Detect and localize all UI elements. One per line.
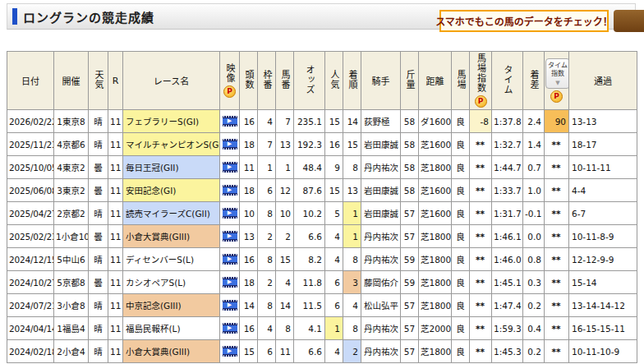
race-name-link[interactable]: フェブラリーS(GI) — [123, 110, 220, 133]
race-name-link[interactable]: カシオペアS(L) — [123, 271, 220, 294]
race-name-link[interactable]: ディセンバーS(L) — [123, 248, 220, 271]
premium-p-icon: P — [475, 95, 487, 108]
race-date-link[interactable]: 2024/07/21 — [7, 294, 54, 317]
col-header-time: タイム — [492, 52, 523, 110]
video-cell: ▶ — [220, 340, 240, 363]
jockey-link[interactable]: 荻野極 — [361, 110, 401, 133]
venue-link[interactable]: 3小倉8 — [54, 294, 89, 317]
jockey-link[interactable]: 岩田康誠 — [361, 133, 401, 156]
race-date-link[interactable]: 2024/02/18 — [7, 340, 54, 363]
col-header-label: 馬場指数 — [476, 53, 485, 93]
jockey-link[interactable]: 藤岡佑介 — [361, 271, 401, 294]
jockey-link[interactable]: 丹内祐次 — [361, 156, 401, 179]
race-date-link[interactable]: 2025/06/08 — [7, 179, 54, 202]
race-date-link[interactable]: 2025/11/23 — [7, 133, 54, 156]
odds-value: 192.3 — [294, 133, 325, 156]
venue-link[interactable]: 2京都2 — [54, 202, 89, 225]
video-play-icon[interactable]: ▶ — [223, 139, 237, 150]
race-date-link[interactable]: 2024/10/27 — [7, 271, 54, 294]
venue-link[interactable]: 1東京8 — [54, 110, 89, 133]
race-number: 11 — [108, 248, 123, 271]
race-name-link[interactable]: 小倉大賞典(GIII) — [123, 340, 220, 363]
frame-number: 6 — [258, 340, 276, 363]
horse-number: 8 — [276, 317, 294, 340]
race-name-link[interactable]: 安田記念(GI) — [123, 179, 220, 202]
time-value: 1:59.3 — [492, 317, 523, 340]
col-header-time_index: タイム指数▼P — [545, 52, 569, 110]
col-header-label: 人気 — [329, 70, 338, 90]
jockey-link[interactable]: 丹内祐次 — [361, 317, 401, 340]
venue-link[interactable]: 2小倉4 — [54, 340, 89, 363]
race-date-link[interactable]: 2024/04/14 — [7, 317, 54, 340]
video-play-icon[interactable]: ▶ — [223, 162, 237, 173]
video-play-icon[interactable]: ▶ — [223, 116, 237, 127]
col-header-label: 天気 — [94, 70, 103, 90]
popularity: 5 — [325, 202, 343, 225]
race-number: 11 — [108, 271, 123, 294]
horse-count: 14 — [240, 294, 258, 317]
video-play-icon[interactable]: ▶ — [223, 185, 237, 196]
time-index: 90 — [545, 110, 569, 133]
race-date-link[interactable]: 2026/02/22 — [7, 110, 54, 133]
video-play-icon[interactable]: ▶ — [223, 277, 237, 288]
venue-link[interactable]: 4東京2 — [54, 156, 89, 179]
video-play-icon[interactable]: ▶ — [223, 254, 237, 265]
time-index: ** — [545, 271, 569, 294]
time-index: ** — [545, 156, 569, 179]
race-name-link[interactable]: 中京記念(GIII) — [123, 294, 220, 317]
race-date-link[interactable]: 2025/04/27 — [7, 202, 54, 225]
video-play-icon[interactable]: ▶ — [223, 208, 237, 219]
col-header-distance: 距離 — [419, 52, 452, 110]
race-name-link[interactable]: 読売マイラーズC(GII) — [123, 202, 220, 225]
race-row: 2025/02/231小倉10曇11小倉大賞典(GIII)▶13226.641丹… — [7, 225, 637, 248]
venue-link[interactable]: 3東京2 — [54, 179, 89, 202]
race-name-link[interactable]: マイルチャンピオンS(GI) — [123, 133, 220, 156]
going-value: 良 — [452, 294, 470, 317]
passing-order: 10-11-10-9 — [569, 340, 637, 363]
jockey-link[interactable]: 丹内祐次 — [361, 248, 401, 271]
jockey-link[interactable]: 松山弘平 — [361, 294, 401, 317]
video-play-icon[interactable]: ▶ — [223, 346, 237, 357]
smartphone-banner-link[interactable]: スマホでもこの馬のデータをチェック！ — [439, 10, 609, 32]
time-value: 1:33.7 — [492, 179, 523, 202]
weather-value: 晴 — [89, 202, 108, 225]
video-play-icon[interactable]: ▶ — [223, 300, 237, 311]
venue-link[interactable]: 5京都8 — [54, 271, 89, 294]
carried-weight: 59 — [401, 271, 419, 294]
popularity: 6 — [325, 294, 343, 317]
distance-value: 芝2000 — [419, 317, 452, 340]
race-date-link[interactable]: 2025/02/23 — [7, 225, 54, 248]
race-name-link[interactable]: 毎日王冠(GII) — [123, 156, 220, 179]
horse-count: 18 — [240, 179, 258, 202]
venue-link[interactable]: 4京都6 — [54, 133, 89, 156]
horse-number: 12 — [276, 179, 294, 202]
jockey-link[interactable]: 丹内祐次 — [361, 340, 401, 363]
popularity: 4 — [325, 248, 343, 271]
distance-value: 芝1800 — [419, 248, 452, 271]
going-value: 良 — [452, 225, 470, 248]
jockey-link[interactable]: 岩田康誠 — [361, 202, 401, 225]
race-name-link[interactable]: 小倉大賞典(GIII) — [123, 225, 220, 248]
popularity: 4 — [325, 225, 343, 248]
video-play-icon[interactable]: ▶ — [223, 323, 237, 334]
race-date-link[interactable]: 2024/12/15 — [7, 248, 54, 271]
video-play-icon[interactable]: ▶ — [223, 231, 237, 242]
venue-link[interactable]: 1小倉10 — [54, 225, 89, 248]
distance-value: 芝1800 — [419, 271, 452, 294]
venue-link[interactable]: 1福島4 — [54, 317, 89, 340]
race-name-link[interactable]: 福島民報杯(L) — [123, 317, 220, 340]
horse-number: 11 — [276, 340, 294, 363]
qr-tab-button[interactable] — [614, 10, 644, 32]
jockey-link[interactable]: 丹内祐次 — [361, 225, 401, 248]
race-date-link[interactable]: 2025/10/05 — [7, 156, 54, 179]
popularity: 15 — [325, 110, 343, 133]
track-index: ** — [470, 133, 492, 156]
race-row: 2024/10/275京都8曇11カシオペアS(L)▶182411.863藤岡佑… — [7, 271, 637, 294]
weather-value: 曇 — [89, 156, 108, 179]
odds-value: 6.6 — [294, 340, 325, 363]
margin-value: 0.4 — [523, 317, 545, 340]
venue-link[interactable]: 5中山6 — [54, 248, 89, 271]
time-index-sort-button[interactable]: タイム指数▼ — [545, 58, 569, 90]
col-header-race: レース名 — [123, 52, 220, 110]
jockey-link[interactable]: 岩田康誠 — [361, 179, 401, 202]
